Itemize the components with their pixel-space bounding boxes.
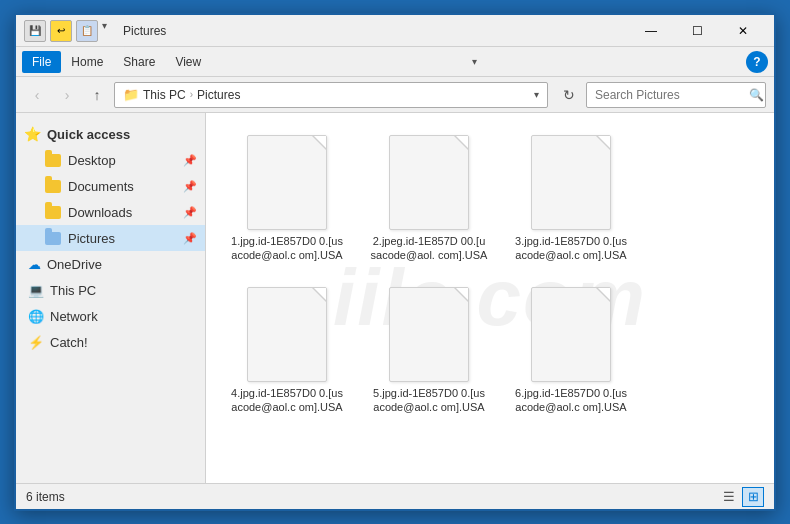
back-button[interactable]: ‹ <box>24 82 50 108</box>
forward-button[interactable]: › <box>54 82 80 108</box>
file-name: 1.jpg.id-1E857D0 0.[usacode@aol.c om].US… <box>228 234 346 263</box>
menu-home[interactable]: Home <box>61 51 113 73</box>
file-item[interactable]: 6.jpg.id-1E857D0 0.[usacode@aol.c om].US… <box>506 281 636 421</box>
file-thumbnail <box>247 287 327 382</box>
pin-icon-4: 📌 <box>183 232 197 245</box>
view-toggle: ☰ ⊞ <box>718 487 764 507</box>
file-name: 3.jpg.id-1E857D0 0.[usacode@aol.c om].US… <box>512 234 630 263</box>
icon-view-button[interactable]: ⊞ <box>742 487 764 507</box>
breadcrumb-folder-icon: 📁 <box>123 87 139 102</box>
address-input[interactable]: 📁 This PC › Pictures ▾ <box>114 82 548 108</box>
sidebar-pictures-label: Pictures <box>68 231 115 246</box>
menu-share[interactable]: Share <box>113 51 165 73</box>
qat-dropdown[interactable]: ▾ <box>102 20 107 42</box>
close-button[interactable]: ✕ <box>720 16 766 46</box>
downloads-folder-icon <box>44 203 62 221</box>
file-thumbnail <box>531 287 611 382</box>
refresh-button[interactable]: ↻ <box>556 82 582 108</box>
address-bar: ‹ › ↑ 📁 This PC › Pictures ▾ ↻ 🔍 <box>16 77 774 113</box>
search-input[interactable] <box>595 88 745 102</box>
search-icon[interactable]: 🔍 <box>749 88 764 102</box>
sidebar-item-pictures[interactable]: Pictures 📌 <box>16 225 205 251</box>
sidebar-thispc-label: This PC <box>50 283 96 298</box>
pin-icon: 📌 <box>183 154 197 167</box>
catch-icon: ⚡ <box>28 335 44 350</box>
breadcrumb-sep: › <box>190 89 193 100</box>
search-box[interactable]: 🔍 <box>586 82 766 108</box>
sidebar-desktop-label: Desktop <box>68 153 116 168</box>
sidebar-item-catch[interactable]: ⚡ Catch! <box>16 329 205 355</box>
status-bar: 6 items ☰ ⊞ <box>16 483 774 509</box>
sidebar-item-downloads[interactable]: Downloads 📌 <box>16 199 205 225</box>
address-dropdown-icon[interactable]: ▾ <box>534 89 539 100</box>
menu-file[interactable]: File <box>22 51 61 73</box>
file-item[interactable]: 2.jpeg.id-1E857D 00.[usacode@aol. com].U… <box>364 129 494 269</box>
maximize-button[interactable]: ☐ <box>674 16 720 46</box>
pictures-folder-icon <box>44 229 62 247</box>
undo-icon[interactable]: ↩ <box>50 20 72 42</box>
breadcrumb: 📁 This PC › Pictures <box>123 87 240 102</box>
thispc-icon: 💻 <box>28 283 44 298</box>
explorer-window: 💾 ↩ 📋 ▾ Pictures — ☐ ✕ File Home Share V… <box>14 13 776 511</box>
sidebar-onedrive-label: OneDrive <box>47 257 102 272</box>
sidebar-item-documents[interactable]: Documents 📌 <box>16 173 205 199</box>
up-button[interactable]: ↑ <box>84 82 110 108</box>
sidebar: ⭐ Quick access Desktop 📌 Documents 📌 Dow… <box>16 113 206 483</box>
file-thumbnail <box>389 135 469 230</box>
menu-bar: File Home Share View ▾ ? <box>16 47 774 77</box>
sidebar-item-desktop[interactable]: Desktop 📌 <box>16 147 205 173</box>
sidebar-item-onedrive[interactable]: ☁ OneDrive <box>16 251 205 277</box>
pin-icon-2: 📌 <box>183 180 197 193</box>
network-icon: 🌐 <box>28 309 44 324</box>
file-name: 5.jpg.id-1E857D0 0.[usacode@aol.c om].US… <box>370 386 488 415</box>
item-count: 6 items <box>26 490 65 504</box>
title-bar-quick-access: 💾 ↩ 📋 ▾ <box>24 20 111 42</box>
sidebar-network-label: Network <box>50 309 98 324</box>
breadcrumb-pictures: Pictures <box>197 88 240 102</box>
file-thumbnail <box>531 135 611 230</box>
file-name: 2.jpeg.id-1E857D 00.[usacode@aol. com].U… <box>370 234 488 263</box>
file-name: 6.jpg.id-1E857D0 0.[usacode@aol.c om].US… <box>512 386 630 415</box>
file-area: iilc.com 1.jpg.id-1E857D0 0.[usacode@aol… <box>206 113 774 483</box>
file-item[interactable]: 1.jpg.id-1E857D0 0.[usacode@aol.c om].US… <box>222 129 352 269</box>
file-item[interactable]: 3.jpg.id-1E857D0 0.[usacode@aol.c om].US… <box>506 129 636 269</box>
file-thumbnail <box>247 135 327 230</box>
main-content: ⭐ Quick access Desktop 📌 Documents 📌 Dow… <box>16 113 774 483</box>
quick-save-icon[interactable]: 💾 <box>24 20 46 42</box>
list-view-button[interactable]: ☰ <box>718 487 740 507</box>
onedrive-icon: ☁ <box>28 257 41 272</box>
file-item[interactable]: 4.jpg.id-1E857D0 0.[usacode@aol.c om].US… <box>222 281 352 421</box>
pin-icon-3: 📌 <box>183 206 197 219</box>
sidebar-documents-label: Documents <box>68 179 134 194</box>
title-bar: 💾 ↩ 📋 ▾ Pictures — ☐ ✕ <box>16 15 774 47</box>
window-title: Pictures <box>123 24 628 38</box>
documents-folder-icon <box>44 177 62 195</box>
sidebar-downloads-label: Downloads <box>68 205 132 220</box>
breadcrumb-pc: This PC <box>143 88 186 102</box>
file-item[interactable]: 5.jpg.id-1E857D0 0.[usacode@aol.c om].US… <box>364 281 494 421</box>
properties-icon[interactable]: 📋 <box>76 20 98 42</box>
sidebar-quick-access-header: ⭐ Quick access <box>16 121 205 147</box>
help-button[interactable]: ? <box>746 51 768 73</box>
quick-access-star-icon: ⭐ <box>24 126 41 142</box>
desktop-folder-icon <box>44 151 62 169</box>
file-thumbnail <box>389 287 469 382</box>
files-grid: 1.jpg.id-1E857D0 0.[usacode@aol.c om].US… <box>222 129 758 420</box>
menu-view[interactable]: View <box>165 51 211 73</box>
window-controls: — ☐ ✕ <box>628 16 766 46</box>
sidebar-item-network[interactable]: 🌐 Network <box>16 303 205 329</box>
menu-chevron-icon: ▾ <box>472 56 477 67</box>
sidebar-catch-label: Catch! <box>50 335 88 350</box>
minimize-button[interactable]: — <box>628 16 674 46</box>
sidebar-item-thispc[interactable]: 💻 This PC <box>16 277 205 303</box>
file-name: 4.jpg.id-1E857D0 0.[usacode@aol.c om].US… <box>228 386 346 415</box>
sidebar-quick-access-label: Quick access <box>47 127 130 142</box>
